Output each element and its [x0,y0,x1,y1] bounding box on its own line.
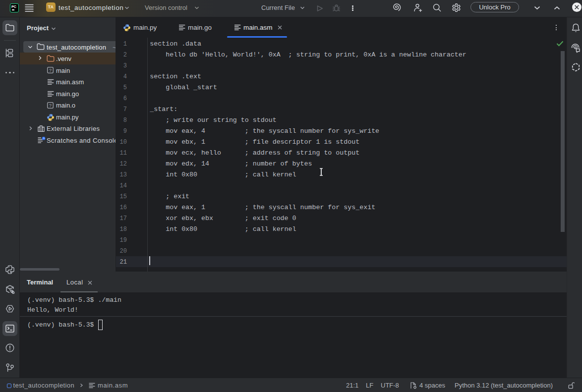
svg-text:?: ? [49,103,52,108]
svg-text:?: ? [49,67,52,73]
